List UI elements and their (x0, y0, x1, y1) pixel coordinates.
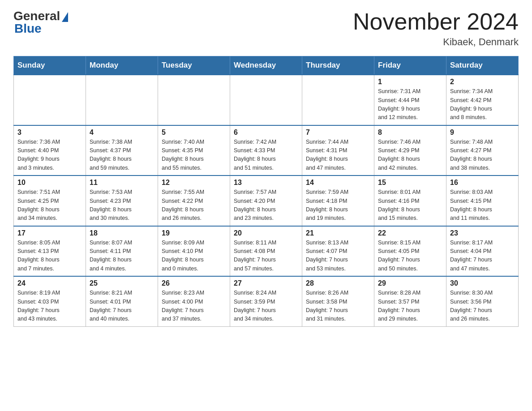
day-number: 3 (17, 128, 82, 137)
page-header: General Blue November 2024 Kibaek, Denma… (13, 9, 519, 48)
day-info: Sunrise: 8:07 AM Sunset: 4:11 PM Dayligh… (90, 239, 154, 274)
calendar-cell: 26Sunrise: 8:23 AM Sunset: 4:00 PM Dayli… (158, 276, 230, 326)
day-info: Sunrise: 7:34 AM Sunset: 4:42 PM Dayligh… (450, 87, 515, 122)
logo: General Blue (13, 9, 68, 36)
day-number: 22 (378, 229, 442, 237)
day-number: 20 (234, 229, 298, 237)
day-number: 7 (306, 128, 370, 137)
weekday-header-tuesday: Tuesday (158, 56, 230, 75)
day-number: 28 (306, 279, 370, 287)
day-info: Sunrise: 8:01 AM Sunset: 4:16 PM Dayligh… (378, 188, 442, 223)
day-number: 4 (90, 128, 154, 137)
calendar-cell: 23Sunrise: 8:17 AM Sunset: 4:04 PM Dayli… (446, 226, 519, 277)
location-title: Kibaek, Denmark (353, 36, 519, 48)
day-info: Sunrise: 7:59 AM Sunset: 4:18 PM Dayligh… (306, 188, 370, 223)
calendar-cell: 8Sunrise: 7:46 AM Sunset: 4:29 PM Daylig… (374, 125, 446, 176)
day-info: Sunrise: 7:53 AM Sunset: 4:23 PM Dayligh… (90, 188, 154, 223)
day-info: Sunrise: 8:26 AM Sunset: 3:58 PM Dayligh… (306, 289, 370, 324)
day-number: 24 (17, 279, 82, 287)
day-info: Sunrise: 8:09 AM Sunset: 4:10 PM Dayligh… (162, 239, 226, 274)
day-number: 9 (450, 128, 515, 137)
day-number: 11 (90, 179, 154, 187)
day-number: 17 (17, 229, 82, 237)
calendar-cell: 27Sunrise: 8:24 AM Sunset: 3:59 PM Dayli… (230, 276, 302, 326)
day-info: Sunrise: 7:38 AM Sunset: 4:37 PM Dayligh… (90, 138, 154, 173)
calendar-cell: 18Sunrise: 8:07 AM Sunset: 4:11 PM Dayli… (86, 226, 158, 277)
calendar-cell: 20Sunrise: 8:11 AM Sunset: 4:08 PM Dayli… (230, 226, 302, 277)
week-row-5: 24Sunrise: 8:19 AM Sunset: 4:03 PM Dayli… (14, 276, 519, 326)
day-info: Sunrise: 8:28 AM Sunset: 3:57 PM Dayligh… (378, 289, 442, 324)
day-number: 10 (17, 179, 82, 187)
day-info: Sunrise: 8:23 AM Sunset: 4:00 PM Dayligh… (162, 289, 226, 324)
calendar-cell: 11Sunrise: 7:53 AM Sunset: 4:23 PM Dayli… (86, 176, 158, 226)
weekday-header-monday: Monday (86, 56, 158, 75)
day-info: Sunrise: 7:46 AM Sunset: 4:29 PM Dayligh… (378, 138, 442, 173)
calendar-cell: 28Sunrise: 8:26 AM Sunset: 3:58 PM Dayli… (302, 276, 374, 326)
day-info: Sunrise: 7:40 AM Sunset: 4:35 PM Dayligh… (162, 138, 226, 173)
day-info: Sunrise: 7:51 AM Sunset: 4:25 PM Dayligh… (17, 188, 82, 223)
day-number: 1 (378, 78, 442, 86)
calendar-cell: 4Sunrise: 7:38 AM Sunset: 4:37 PM Daylig… (86, 125, 158, 176)
day-info: Sunrise: 7:36 AM Sunset: 4:40 PM Dayligh… (17, 138, 82, 173)
day-info: Sunrise: 7:44 AM Sunset: 4:31 PM Dayligh… (306, 138, 370, 173)
week-row-4: 17Sunrise: 8:05 AM Sunset: 4:13 PM Dayli… (14, 226, 519, 277)
calendar-cell: 16Sunrise: 8:03 AM Sunset: 4:15 PM Dayli… (446, 176, 519, 226)
calendar-cell: 24Sunrise: 8:19 AM Sunset: 4:03 PM Dayli… (14, 276, 86, 326)
day-number: 27 (234, 279, 298, 287)
day-number: 2 (450, 78, 515, 86)
calendar-cell: 12Sunrise: 7:55 AM Sunset: 4:22 PM Dayli… (158, 176, 230, 226)
calendar-cell: 5Sunrise: 7:40 AM Sunset: 4:35 PM Daylig… (158, 125, 230, 176)
day-number: 8 (378, 128, 442, 137)
day-info: Sunrise: 7:55 AM Sunset: 4:22 PM Dayligh… (162, 188, 226, 223)
calendar-cell (230, 75, 302, 125)
title-area: November 2024 Kibaek, Denmark (353, 9, 519, 48)
day-number: 16 (450, 179, 515, 187)
day-info: Sunrise: 8:05 AM Sunset: 4:13 PM Dayligh… (17, 239, 82, 274)
day-number: 23 (450, 229, 515, 237)
calendar-cell: 17Sunrise: 8:05 AM Sunset: 4:13 PM Dayli… (14, 226, 86, 277)
day-info: Sunrise: 7:48 AM Sunset: 4:27 PM Dayligh… (450, 138, 515, 173)
weekday-header-row: SundayMondayTuesdayWednesdayThursdayFrid… (14, 56, 519, 75)
calendar-cell: 10Sunrise: 7:51 AM Sunset: 4:25 PM Dayli… (14, 176, 86, 226)
day-number: 30 (450, 279, 515, 287)
day-number: 13 (234, 179, 298, 187)
day-info: Sunrise: 8:19 AM Sunset: 4:03 PM Dayligh… (17, 289, 82, 324)
day-info: Sunrise: 8:11 AM Sunset: 4:08 PM Dayligh… (234, 239, 298, 274)
week-row-2: 3Sunrise: 7:36 AM Sunset: 4:40 PM Daylig… (14, 125, 519, 176)
day-number: 21 (306, 229, 370, 237)
weekday-header-friday: Friday (374, 56, 446, 75)
day-number: 26 (162, 279, 226, 287)
week-row-3: 10Sunrise: 7:51 AM Sunset: 4:25 PM Dayli… (14, 176, 519, 226)
day-info: Sunrise: 7:57 AM Sunset: 4:20 PM Dayligh… (234, 188, 298, 223)
weekday-header-saturday: Saturday (446, 56, 519, 75)
month-title: November 2024 (353, 9, 519, 34)
day-number: 29 (378, 279, 442, 287)
week-row-1: 1Sunrise: 7:31 AM Sunset: 4:44 PM Daylig… (14, 75, 519, 125)
day-info: Sunrise: 7:31 AM Sunset: 4:44 PM Dayligh… (378, 87, 442, 122)
day-number: 6 (234, 128, 298, 137)
weekday-header-thursday: Thursday (302, 56, 374, 75)
day-info: Sunrise: 8:15 AM Sunset: 4:05 PM Dayligh… (378, 239, 442, 274)
day-info: Sunrise: 7:42 AM Sunset: 4:33 PM Dayligh… (234, 138, 298, 173)
calendar-cell (158, 75, 230, 125)
day-info: Sunrise: 8:24 AM Sunset: 3:59 PM Dayligh… (234, 289, 298, 324)
calendar-cell: 1Sunrise: 7:31 AM Sunset: 4:44 PM Daylig… (374, 75, 446, 125)
calendar-cell: 30Sunrise: 8:30 AM Sunset: 3:56 PM Dayli… (446, 276, 519, 326)
calendar-cell: 21Sunrise: 8:13 AM Sunset: 4:07 PM Dayli… (302, 226, 374, 277)
weekday-header-wednesday: Wednesday (230, 56, 302, 75)
day-number: 14 (306, 179, 370, 187)
day-info: Sunrise: 8:30 AM Sunset: 3:56 PM Dayligh… (450, 289, 515, 324)
calendar-cell: 6Sunrise: 7:42 AM Sunset: 4:33 PM Daylig… (230, 125, 302, 176)
calendar-table: SundayMondayTuesdayWednesdayThursdayFrid… (13, 56, 519, 327)
calendar-cell: 14Sunrise: 7:59 AM Sunset: 4:18 PM Dayli… (302, 176, 374, 226)
calendar-cell: 2Sunrise: 7:34 AM Sunset: 4:42 PM Daylig… (446, 75, 519, 125)
calendar-cell: 15Sunrise: 8:01 AM Sunset: 4:16 PM Dayli… (374, 176, 446, 226)
day-number: 19 (162, 229, 226, 237)
logo-triangle-icon (62, 12, 68, 22)
day-number: 25 (90, 279, 154, 287)
calendar-cell: 7Sunrise: 7:44 AM Sunset: 4:31 PM Daylig… (302, 125, 374, 176)
calendar-cell: 29Sunrise: 8:28 AM Sunset: 3:57 PM Dayli… (374, 276, 446, 326)
day-info: Sunrise: 8:13 AM Sunset: 4:07 PM Dayligh… (306, 239, 370, 274)
logo-blue-text: Blue (13, 21, 42, 36)
day-info: Sunrise: 8:21 AM Sunset: 4:01 PM Dayligh… (90, 289, 154, 324)
